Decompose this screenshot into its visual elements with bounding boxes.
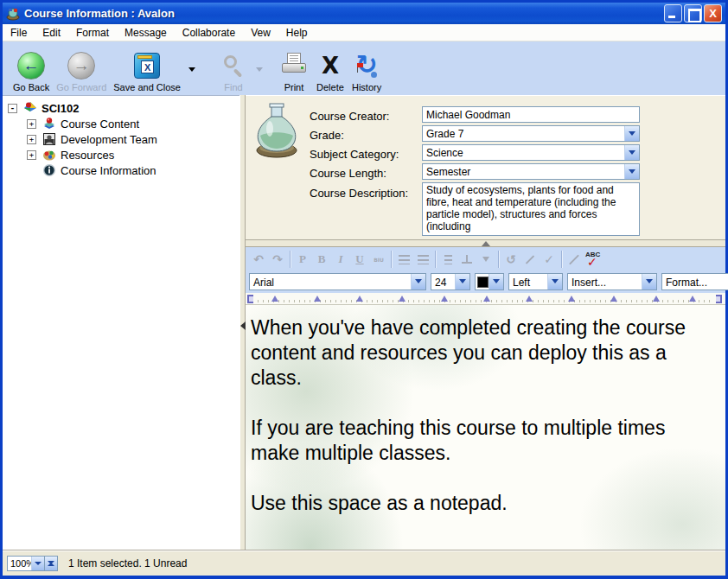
course-information-icon (42, 163, 56, 177)
chevron-down-icon[interactable] (547, 274, 562, 290)
flask-icon (252, 103, 301, 158)
menu-file[interactable]: File (3, 25, 35, 41)
undo-icon: ↶ (249, 251, 268, 268)
tree-item-resources[interactable]: + Resources (27, 147, 114, 162)
course-description-textarea[interactable]: Study of ecosystems, plants for food and… (422, 182, 640, 236)
status-bar: 100% 1 Item selected. 1 Unread (3, 550, 725, 576)
spellcheck-check-icon: ✓ (587, 255, 597, 269)
tab-stop-icon[interactable] (441, 296, 448, 302)
underline-icon: U (350, 251, 369, 268)
grade-dropdown[interactable]: Grade 7 (422, 125, 640, 142)
tab-stop-icon[interactable] (689, 296, 696, 302)
pencil-icon (520, 251, 540, 268)
tab-stop-icon[interactable] (653, 296, 660, 302)
tab-stop-icon[interactable] (526, 296, 533, 302)
menu-message[interactable]: Message (117, 25, 175, 41)
tab-stop-icon[interactable] (314, 296, 321, 302)
subject-category-dropdown[interactable]: Science (422, 144, 640, 161)
tab-stop-icon[interactable] (483, 296, 490, 302)
tree-item-course-content[interactable]: + Course Content (27, 116, 139, 131)
subject-category-label: Subject Category: (310, 148, 399, 161)
notepad-text[interactable]: When you've have completed creating the … (251, 315, 687, 541)
expand-box-icon[interactable]: + (27, 150, 36, 160)
main-toolbar: ← Go Back → Go Forward X Save and Close … (3, 41, 725, 95)
tree-item-label: Course Content (61, 118, 139, 130)
close-button[interactable] (704, 4, 722, 22)
zoom-spinner[interactable] (45, 556, 58, 571)
save-and-close-button[interactable]: X Save and Close (110, 44, 184, 92)
tab-stop-icon[interactable] (568, 296, 575, 302)
delete-icon: X (322, 54, 339, 77)
menu-edit[interactable]: Edit (35, 25, 68, 41)
save-dropdown-caret[interactable] (186, 46, 198, 94)
find-button: Find (215, 44, 252, 92)
course-creator-input[interactable] (422, 106, 640, 123)
chevron-down-icon[interactable] (411, 274, 425, 290)
menu-format[interactable]: Format (68, 25, 117, 41)
font-color-dropdown[interactable] (475, 273, 504, 290)
chevron-down-icon[interactable] (642, 274, 656, 290)
go-back-button[interactable]: ← Go Back (10, 44, 53, 92)
menu-view[interactable]: Vew (243, 25, 278, 41)
maximize-button[interactable] (684, 4, 702, 22)
ruler[interactable] (246, 293, 725, 305)
tab-stop-icon[interactable] (610, 296, 617, 302)
revert-icon: ↺ (501, 251, 520, 268)
subject-category-value: Science (426, 147, 463, 159)
course-icon (23, 101, 37, 115)
line-spacing-icon (438, 251, 457, 268)
expand-box-icon[interactable]: + (27, 135, 36, 144)
insert-dropdown[interactable]: Insert... (567, 273, 657, 290)
zoom-dropdown[interactable]: 100% (7, 556, 45, 571)
tab-stop-icon[interactable] (356, 296, 363, 302)
chevron-down-icon[interactable] (455, 274, 469, 290)
course-description-label: Course Description: (310, 187, 408, 200)
accept-edit-icon: ✓ (540, 251, 559, 268)
chevron-down-icon[interactable] (624, 164, 639, 179)
course-tree-panel: - SCI102 + Course Content + Development … (3, 95, 239, 550)
chevron-down-icon[interactable] (624, 126, 639, 141)
tab-stop-icon[interactable] (271, 296, 278, 302)
menu-collaborate[interactable]: Collaborate (175, 25, 243, 41)
grade-value: Grade 7 (426, 128, 463, 140)
chevron-down-icon[interactable] (624, 145, 639, 160)
minimize-button[interactable] (664, 4, 682, 22)
ruler-right-margin-icon[interactable] (716, 295, 722, 303)
baseline-icon (457, 251, 476, 268)
spellcheck-button[interactable]: ABC ✓ (584, 251, 604, 268)
panel-splitter-horizontal[interactable] (246, 239, 725, 247)
tab-stop-icon[interactable] (399, 296, 406, 302)
splitter-collapse-up-icon[interactable] (482, 241, 490, 246)
course-info-form: Course Creator: Grade: Grade 7 Subject C… (246, 95, 725, 239)
chevron-down-icon[interactable] (489, 274, 503, 290)
insert-down-icon (476, 251, 495, 268)
panel-splitter-vertical[interactable] (239, 95, 246, 550)
font-family-dropdown[interactable]: Arial (249, 273, 426, 290)
format-dropdown[interactable]: Format... (661, 273, 728, 290)
delete-button[interactable]: X Delete (312, 44, 348, 92)
font-size-dropdown[interactable]: 24 (431, 273, 470, 290)
notepad-editor-area[interactable]: When you've have completed creating the … (246, 305, 725, 550)
ruler-left-margin-icon[interactable] (247, 295, 253, 303)
tree-item-sci102[interactable]: - SCI102 (8, 100, 79, 116)
tree-item-course-information[interactable]: Course Information (42, 162, 156, 178)
history-button[interactable]: ↻ History (348, 44, 385, 92)
alignment-dropdown[interactable]: Left (508, 273, 563, 290)
development-team-icon (42, 132, 56, 146)
course-creator-label: Course Creator: (310, 110, 389, 123)
bold-icon: B (312, 251, 331, 268)
status-text: 1 Item selected. 1 Unread (68, 557, 187, 569)
collapse-box-icon[interactable]: - (8, 104, 17, 113)
signature-pen-icon (565, 251, 584, 268)
menu-help[interactable]: Help (278, 25, 316, 41)
notepad-paragraph: Use this space as a notepad. (251, 491, 687, 516)
notepad-paragraph: When you've have completed creating the … (251, 315, 687, 391)
chevron-down-icon[interactable] (31, 557, 44, 570)
expand-box-icon[interactable]: + (27, 119, 36, 129)
tree-item-development-team[interactable]: + Development Team (27, 131, 157, 147)
delete-label: Delete (316, 82, 344, 92)
course-length-dropdown[interactable]: Semester (422, 163, 640, 180)
print-button[interactable]: Print (276, 44, 312, 92)
insert-value: Insert... (572, 277, 606, 289)
save-and-close-icon: X (134, 53, 160, 79)
